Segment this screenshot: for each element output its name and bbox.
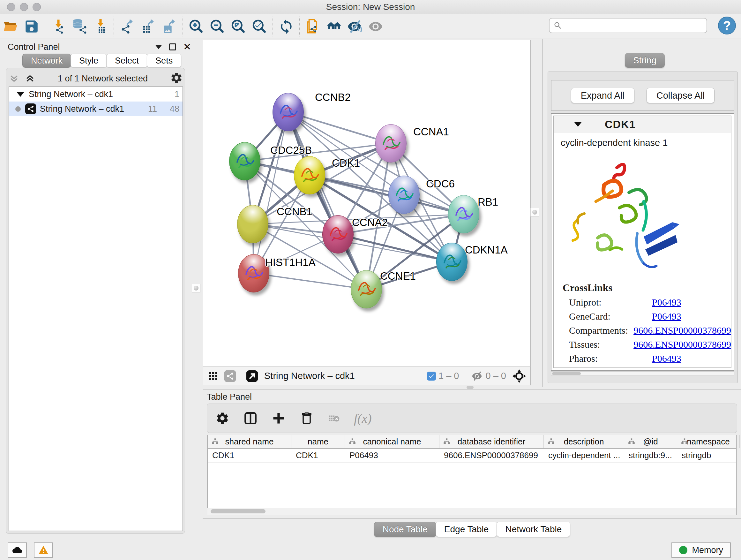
export-table-button[interactable] (138, 17, 159, 36)
open-in-new-icon[interactable] (246, 370, 259, 382)
search-input[interactable] (562, 21, 699, 30)
table-options-gear-icon[interactable] (215, 411, 229, 425)
memory-button[interactable]: Memory (671, 543, 731, 558)
network-node-cdk1[interactable] (294, 156, 325, 194)
tab-string[interactable]: String (625, 53, 665, 68)
network-options-gear-icon[interactable] (170, 71, 183, 85)
network-node-cdc25b[interactable] (229, 142, 260, 180)
open-session-button[interactable] (0, 17, 21, 36)
network-footer-bar: String Network – cdk1 1 – 0 0 – 0 (203, 366, 531, 385)
tab-network-table[interactable]: Network Table (496, 522, 570, 537)
hidden-eye-slash-icon[interactable] (472, 370, 483, 382)
crosslink-link[interactable]: P06493 (652, 353, 681, 364)
node-table[interactable]: shared namenamecanonical namedatabase id… (207, 435, 737, 515)
network-edge[interactable] (254, 273, 366, 289)
zoom-in-button[interactable] (186, 17, 207, 36)
birdseye-grid-icon[interactable] (207, 370, 219, 382)
network-node-ccnb1[interactable] (237, 205, 268, 243)
collapse-all-icon[interactable] (9, 73, 19, 84)
gene-section-header[interactable]: CDK1 (554, 116, 731, 133)
table-row[interactable]: CDK1CDK1P064939606.ENSP00000378699cyclin… (208, 449, 736, 462)
close-window-button[interactable] (7, 3, 15, 11)
tab-sets[interactable]: Sets (147, 54, 181, 68)
network-canvas[interactable]: CCNB2 CCNA1 CDC25B CDK1 CDC6 RB1CCNB1 (203, 40, 531, 366)
network-node-ccna2[interactable] (322, 215, 354, 253)
column-header--id[interactable]: @id (624, 435, 677, 448)
table-cell[interactable]: stringdb (677, 449, 740, 462)
column-header-database-identifier[interactable]: database identifier (440, 435, 544, 448)
results-horizontal-scrollbar[interactable] (551, 371, 734, 376)
panel-float-icon[interactable] (169, 44, 176, 51)
hide-selected-button[interactable] (345, 17, 366, 36)
results-scroll-area[interactable]: CDK1 cyclin-dependent kinase 1 (551, 113, 734, 371)
table-cell[interactable]: P06493 (345, 449, 440, 462)
toolbar-separator (45, 17, 45, 37)
create-column-plus-icon[interactable] (272, 411, 286, 425)
column-header-canonical-name[interactable]: canonical name (345, 435, 440, 448)
network-share-icon[interactable] (224, 370, 237, 382)
crosslink-link[interactable]: 9606.ENSP00000378699 (633, 325, 731, 336)
expand-all-button[interactable]: Expand All (571, 88, 634, 103)
houses-icon-button[interactable] (324, 17, 345, 36)
network-collection-row[interactable]: String Network – cdk1 1 (9, 87, 183, 102)
delete-column-trash-icon[interactable] (300, 411, 314, 425)
zoom-selected-button[interactable] (249, 17, 270, 36)
crosslink-link[interactable]: P06493 (652, 297, 681, 308)
section-collapse-icon[interactable] (574, 122, 582, 127)
table-cell[interactable]: cyclin-dependent ... (544, 449, 624, 462)
right-splitter-handle[interactable] (530, 208, 539, 216)
refresh-button[interactable] (276, 17, 297, 36)
zoom-window-button[interactable] (32, 3, 41, 11)
table-cell[interactable]: 9606.ENSP00000378699 (440, 449, 544, 462)
column-header-shared-name[interactable]: shared name (208, 435, 291, 448)
help-button[interactable]: ? (718, 17, 736, 35)
column-header-description[interactable]: description (544, 435, 624, 448)
crosslink-link[interactable]: 9606.ENSP00000378699 (633, 339, 731, 350)
pan-crosshair-icon[interactable] (512, 369, 527, 383)
network-node-hist1h1a[interactable] (238, 254, 269, 293)
network-row[interactable]: String Network – cdk1 11 48 (9, 102, 183, 116)
table-horizontal-scrollbar[interactable] (207, 508, 736, 515)
zoom-out-button[interactable] (207, 17, 228, 36)
column-header-name[interactable]: name (291, 435, 345, 448)
panel-menu-icon[interactable] (155, 45, 162, 49)
table-cell[interactable]: CDK1 (291, 449, 345, 462)
left-splitter-handle[interactable] (192, 284, 200, 293)
cloud-status-button[interactable] (8, 543, 27, 558)
warning-status-button[interactable] (34, 543, 53, 558)
import-network-from-database-button[interactable] (69, 17, 90, 36)
tab-network[interactable]: Network (22, 54, 71, 68)
tab-select[interactable]: Select (106, 54, 147, 68)
collapse-all-button[interactable]: Collapse All (647, 88, 715, 103)
zoom-fit-button[interactable] (228, 17, 249, 36)
import-table-button[interactable] (90, 17, 111, 36)
network-node-cdkn1a[interactable] (436, 243, 468, 281)
save-session-button[interactable] (21, 17, 42, 36)
table-cell[interactable]: CDK1 (208, 449, 291, 462)
show-columns-icon[interactable] (244, 411, 258, 425)
crosslink-link[interactable]: P06493 (652, 311, 681, 322)
export-image-button[interactable] (159, 17, 180, 36)
clone-network-button[interactable] (302, 17, 324, 36)
tree-expand-icon[interactable] (17, 92, 24, 97)
control-panel-controls: ✕ (155, 44, 191, 51)
network-node-ccna1[interactable] (375, 124, 407, 163)
network-node-cdc6[interactable] (388, 176, 420, 214)
table-cell[interactable]: stringdb:9... (624, 449, 677, 462)
selected-nodes-checkbox-icon[interactable] (427, 372, 436, 381)
network-node-rb1[interactable] (448, 195, 479, 233)
toolbar-search[interactable] (549, 18, 707, 33)
network-edge[interactable] (254, 112, 288, 273)
tab-style[interactable]: Style (71, 54, 107, 68)
tab-node-table[interactable]: Node Table (374, 522, 436, 537)
expand-all-icon[interactable] (24, 73, 36, 84)
panel-close-icon[interactable]: ✕ (183, 44, 191, 51)
export-network-button[interactable] (117, 17, 138, 36)
column-header-namespace[interactable]: namespace (677, 435, 740, 448)
show-all-button[interactable] (366, 17, 387, 36)
tab-edge-table[interactable]: Edge Table (435, 522, 497, 537)
network-node-ccne1[interactable] (351, 270, 382, 308)
network-node-ccnb2[interactable] (273, 93, 304, 131)
minimize-window-button[interactable] (20, 3, 28, 11)
import-network-button[interactable] (48, 17, 69, 36)
